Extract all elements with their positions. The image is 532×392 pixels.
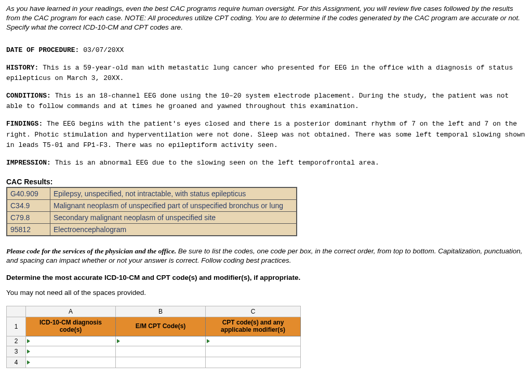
answer-cell-b2[interactable] bbox=[116, 336, 206, 346]
cac-code: C34.9 bbox=[7, 199, 50, 211]
cac-code: G40.909 bbox=[7, 187, 50, 200]
col-letter-a: A bbox=[26, 306, 116, 317]
answer-cell-a3[interactable] bbox=[26, 346, 116, 357]
header-icd10: ICD-10-CM diagnosis code(s) bbox=[26, 317, 116, 336]
row-number: 4 bbox=[7, 357, 26, 368]
history-line: HISTORY: This is a 59-year-old man with … bbox=[6, 63, 526, 84]
date-line: DATE OF PROCEDURE: 03/07/20XX bbox=[6, 45, 526, 56]
cell-marker-icon bbox=[27, 349, 30, 354]
row-number: 1 bbox=[7, 317, 26, 336]
answer-cell-a2[interactable] bbox=[26, 336, 116, 346]
cac-desc: Malignant neoplasm of unspecified part o… bbox=[50, 199, 297, 211]
header-cpt-mod: CPT code(s) and any applicable modifier(… bbox=[206, 317, 301, 336]
row-number: 2 bbox=[7, 336, 26, 346]
cac-results-table: G40.909 Epilepsy, unspecified, not intra… bbox=[6, 187, 297, 236]
answer-cell-c4[interactable] bbox=[206, 357, 301, 368]
conditions-label: CONDITIONS: bbox=[6, 92, 51, 100]
table-row: 95812 Electroencephalogram bbox=[7, 223, 297, 236]
table-row: C34.9 Malignant neoplasm of unspecified … bbox=[7, 199, 297, 211]
date-value: 03/07/20XX bbox=[83, 46, 124, 54]
answer-spreadsheet: A B C 1 ICD-10-CM diagnosis code(s) E/M … bbox=[6, 306, 301, 368]
cell-marker-icon bbox=[207, 339, 210, 343]
spaces-note: You may not need all of the spaces provi… bbox=[6, 289, 526, 296]
answer-cell-b4[interactable] bbox=[116, 357, 206, 368]
cac-desc: Epilepsy, unspecified, not intractable, … bbox=[50, 187, 297, 200]
conditions-text: This is an 18-channel EEG done using the… bbox=[6, 92, 509, 110]
cac-desc: Electroencephalogram bbox=[50, 223, 297, 236]
col-letter-b: B bbox=[116, 306, 206, 317]
findings-label: FINDINGS: bbox=[6, 120, 43, 128]
determine-line: Determine the most accurate ICD-10-CM an… bbox=[6, 274, 526, 281]
assignment-intro: As you have learned in your readings, ev… bbox=[6, 4, 526, 33]
answer-cell-c3[interactable] bbox=[206, 346, 301, 357]
instructions-lead: Please code for the services of the phys… bbox=[6, 247, 176, 255]
cac-results-heading: CAC Results: bbox=[6, 178, 526, 186]
history-text: This is a 59-year-old man with metastati… bbox=[6, 64, 513, 82]
row-number: 3 bbox=[7, 346, 26, 357]
answer-cell-b3[interactable] bbox=[116, 346, 206, 357]
cell-marker-icon bbox=[27, 360, 30, 364]
table-row: C79.8 Secondary malignant neoplasm of un… bbox=[7, 211, 297, 223]
conditions-line: CONDITIONS: This is an 18-channel EEG do… bbox=[6, 91, 526, 112]
impression-label: IMPRESSION: bbox=[6, 159, 51, 167]
sheet-corner bbox=[7, 306, 26, 317]
coding-instructions: Please code for the services of the phys… bbox=[6, 247, 526, 265]
date-label: DATE OF PROCEDURE: bbox=[6, 46, 79, 54]
findings-text: The EEG begins with the patient's eyes c… bbox=[6, 120, 525, 148]
table-row: G40.909 Epilepsy, unspecified, not intra… bbox=[7, 187, 297, 200]
impression-line: IMPRESSION: This is an abnormal EEG due … bbox=[6, 158, 526, 168]
cac-desc: Secondary malignant neoplasm of unspecif… bbox=[50, 211, 297, 223]
cac-code: 95812 bbox=[7, 223, 50, 236]
cell-marker-icon bbox=[117, 339, 120, 343]
history-label: HISTORY: bbox=[6, 64, 38, 72]
procedure-report: DATE OF PROCEDURE: 03/07/20XX HISTORY: T… bbox=[6, 45, 526, 168]
cell-marker-icon bbox=[27, 339, 30, 343]
cac-code: C79.8 bbox=[7, 211, 50, 223]
findings-line: FINDINGS: The EEG begins with the patien… bbox=[6, 119, 526, 150]
answer-cell-a4[interactable] bbox=[26, 357, 116, 368]
header-em-cpt: E/M CPT Code(s) bbox=[116, 317, 206, 336]
answer-cell-c2[interactable] bbox=[206, 336, 301, 346]
col-letter-c: C bbox=[206, 306, 301, 317]
impression-text: This is an abnormal EEG due to the slowi… bbox=[55, 159, 379, 167]
